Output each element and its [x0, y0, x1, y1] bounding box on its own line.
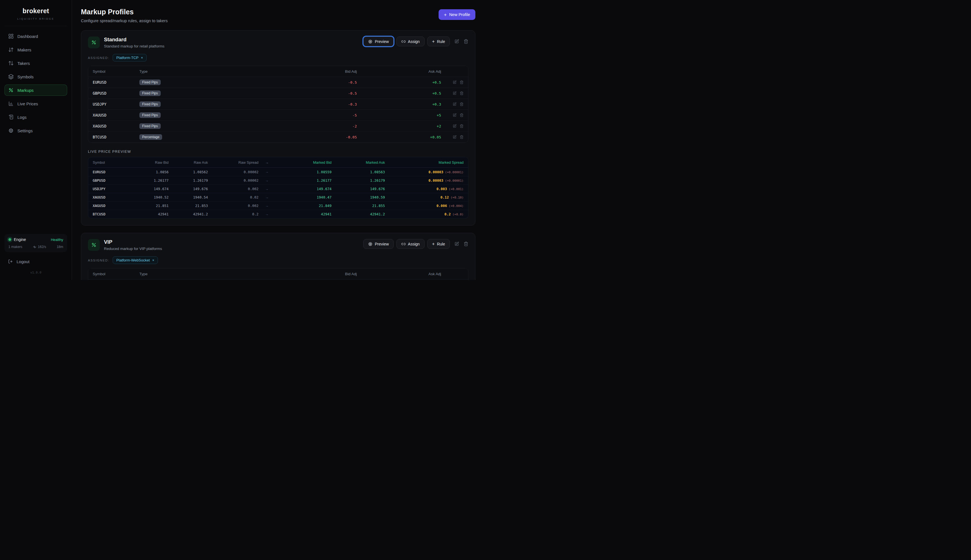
column-header: Bid Adj — [323, 272, 357, 276]
trash-icon[interactable] — [460, 135, 464, 139]
trash-icon[interactable] — [460, 91, 464, 95]
engine-makers-count: 1 makers — [8, 245, 22, 249]
dashboard-icon — [8, 33, 14, 39]
rule-symbol: BTCUSD — [93, 135, 139, 139]
raw-spread: 0.002 — [208, 187, 259, 191]
rule-row: XAUUSDFixed Pips-5+5 — [88, 110, 468, 120]
markup-rules-table: SymbolTypeBid AdjAsk AdjEURUSDFixed Pips… — [88, 66, 468, 143]
raw-bid: 21.851 — [127, 203, 169, 208]
edit-icon[interactable] — [453, 135, 457, 139]
trash-icon[interactable] — [460, 102, 464, 106]
edit-icon[interactable] — [453, 91, 457, 95]
column-header: Marked Bid — [275, 160, 332, 165]
assigned-tag[interactable]: Platform-WebSocket× — [113, 257, 158, 264]
rule-ask-adj: +0.05 — [357, 135, 441, 139]
profile-cards-container: StandardStandard markup for retail platf… — [81, 30, 475, 280]
app-version: v1.0.0 — [5, 271, 67, 274]
trash-icon[interactable] — [464, 242, 468, 246]
column-header: Symbol — [93, 272, 139, 276]
scroll-icon — [8, 114, 14, 120]
rule-actions — [441, 135, 464, 139]
live-symbol: USDJPY — [93, 187, 127, 191]
marked-spread: 0.003(+0.001) — [385, 187, 464, 191]
marked-spread-value: 0.003 — [436, 187, 447, 191]
raw-ask: 1940.54 — [169, 195, 208, 199]
arrow-icon: → — [259, 178, 275, 183]
sidebar-item-label: Logs — [17, 115, 27, 120]
sidebar-item-takers[interactable]: Takers — [5, 58, 67, 69]
live-symbol: XAGUSD — [93, 203, 127, 208]
add-rule-button[interactable]: +Rule — [427, 37, 450, 46]
arrows-up-down-icon — [8, 60, 14, 66]
marked-ask: 149.676 — [332, 187, 385, 191]
raw-spread: 0.00002 — [208, 178, 259, 183]
sidebar-item-logs[interactable]: Logs — [5, 112, 67, 123]
assigned-label: ASSIGNED: — [88, 56, 109, 60]
live-price-row: USDJPY149.674149.6760.002→149.674149.676… — [88, 185, 468, 193]
rule-type: Fixed Pips — [139, 123, 323, 129]
sidebar-item-symbols[interactable]: Symbols — [5, 71, 67, 82]
profile-titles: VIPReduced markup for VIP platforms — [104, 239, 162, 251]
edit-icon[interactable] — [453, 102, 457, 106]
percent-icon — [91, 40, 97, 45]
add-rule-button[interactable]: +Rule — [427, 239, 450, 249]
trash-icon[interactable] — [460, 80, 464, 84]
trash-icon[interactable] — [460, 113, 464, 117]
sidebar-item-label: Symbols — [17, 75, 34, 79]
preview-button[interactable]: Preview — [363, 239, 394, 249]
sidebar-item-markups[interactable]: Markups — [5, 85, 67, 96]
percent-icon — [8, 87, 14, 93]
trash-icon[interactable] — [460, 124, 464, 128]
edit-icon[interactable] — [454, 39, 459, 44]
logout-label: Logout — [17, 259, 30, 264]
sidebar-spacer — [5, 136, 67, 234]
marked-spread-delta: (+0.00001) — [445, 170, 464, 174]
marked-bid: 21.849 — [275, 203, 332, 208]
assign-button[interactable]: Assign — [396, 37, 425, 46]
edit-icon[interactable] — [454, 242, 459, 246]
tag-remove-icon[interactable]: × — [152, 258, 154, 262]
raw-bid: 1.0856 — [127, 170, 169, 174]
rule-ask-adj: +2 — [357, 124, 441, 128]
rule-actions — [441, 91, 464, 95]
engine-uptime: 18m — [57, 245, 63, 249]
column-header: → — [259, 160, 275, 165]
marked-spread-value: 0.2 — [444, 212, 451, 216]
raw-bid: 149.674 — [127, 187, 169, 191]
tag-remove-icon[interactable]: × — [141, 56, 143, 60]
bar-chart-icon — [8, 101, 14, 107]
raw-spread: 0.02 — [208, 195, 259, 199]
raw-spread: 0.002 — [208, 203, 259, 208]
assign-button[interactable]: Assign — [396, 239, 425, 249]
trash-icon[interactable] — [464, 39, 468, 44]
marked-spread-delta: (+0.00001) — [445, 179, 464, 183]
marked-bid: 1940.47 — [275, 195, 332, 199]
column-header: Type — [139, 69, 323, 73]
sidebar-item-dashboard[interactable]: Dashboard — [5, 31, 67, 42]
edit-icon[interactable] — [453, 124, 457, 128]
rule-row: EURUSDFixed Pips-0.5+0.5 — [88, 77, 468, 88]
live-price-row: GBPUSD1.261771.261790.00002→1.261771.261… — [88, 176, 468, 185]
sidebar-item-live-prices[interactable]: Live Prices — [5, 98, 67, 109]
edit-icon[interactable] — [453, 113, 457, 117]
raw-bid: 1.26177 — [127, 178, 169, 183]
page-title: Markup Profiles — [81, 8, 168, 16]
sidebar-item-label: Dashboard — [17, 34, 38, 39]
assigned-tag[interactable]: Platform-TCP× — [113, 54, 147, 62]
eye-icon — [368, 39, 372, 44]
live-price-row: BTCUSD4294142941.20.2→4294142941.20.2(+0… — [88, 210, 468, 218]
raw-bid: 1940.52 — [127, 195, 169, 199]
logout-button[interactable]: Logout — [5, 257, 67, 266]
assign-button-label: Assign — [408, 39, 420, 44]
sidebar-item-label: Live Prices — [17, 102, 38, 106]
link-icon — [401, 242, 406, 246]
marked-bid: 1.08559 — [275, 170, 332, 174]
new-profile-button[interactable]: + New Profile — [439, 9, 475, 20]
preview-button[interactable]: Preview — [363, 37, 394, 46]
edit-icon[interactable] — [453, 80, 457, 84]
marked-spread-delta: (+0.004) — [449, 204, 464, 208]
layers-icon — [8, 74, 14, 80]
sidebar-item-makers[interactable]: Makers — [5, 44, 67, 55]
rule-row: USDJPYFixed Pips-0.3+0.3 — [88, 98, 468, 110]
sidebar-item-settings[interactable]: Settings — [5, 125, 67, 136]
